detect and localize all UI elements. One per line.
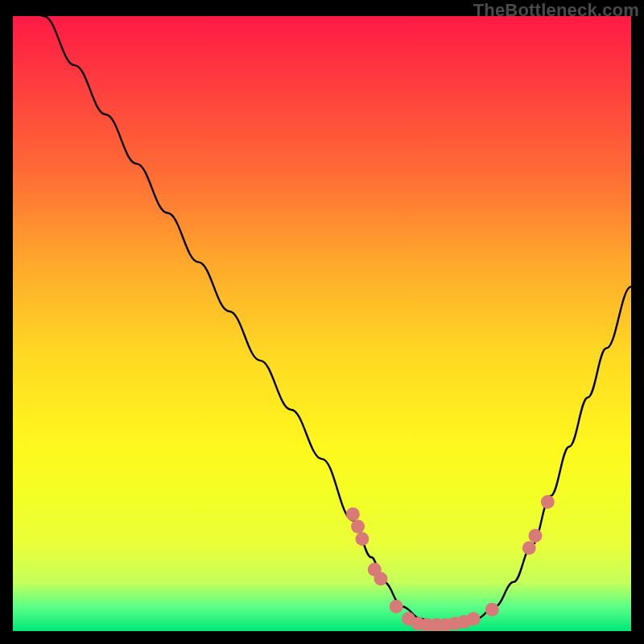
curve-marker <box>346 507 360 521</box>
curve-marker <box>522 541 536 555</box>
curve-marker <box>541 495 555 509</box>
curve-marker <box>374 572 387 586</box>
curve-marker <box>351 520 365 534</box>
curve-marker <box>390 600 403 613</box>
chart-frame: TheBottleneck.com <box>0 0 644 644</box>
curve-marker <box>355 532 369 546</box>
plot-area <box>13 16 631 631</box>
curve-marker <box>467 612 481 625</box>
attribution-label: TheBottleneck.com <box>473 0 639 21</box>
curve-marker <box>485 603 499 617</box>
curve-marker <box>528 529 542 543</box>
chart-svg <box>13 16 631 631</box>
